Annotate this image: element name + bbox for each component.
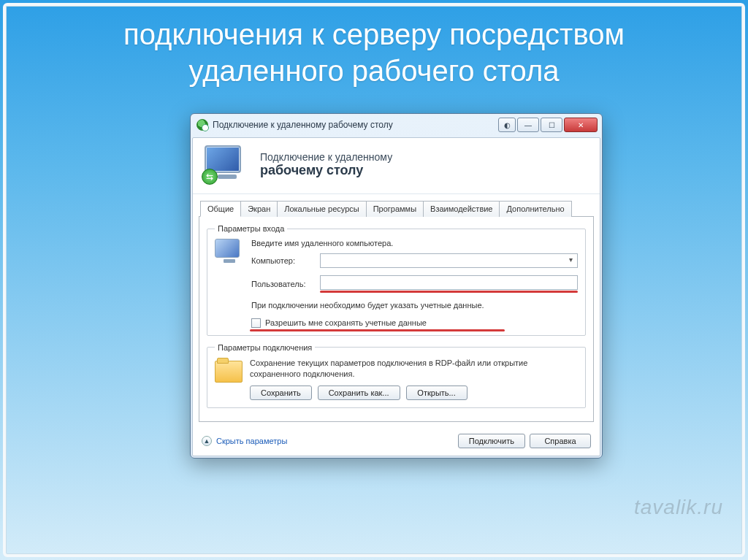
annotation-underline-checkbox [250,329,505,331]
banner-line1: Подключение к удаленному [260,151,392,163]
maximize-button[interactable]: ☐ [541,118,562,132]
tab-advanced[interactable]: Дополнительно [499,201,571,217]
tab-programs[interactable]: Программы [366,201,424,217]
user-label: Пользователь: [251,280,314,288]
annotation-underline-user [320,291,578,293]
save-credentials-checkbox[interactable] [251,318,261,328]
save-button[interactable]: Сохранить [250,386,312,400]
rdp-app-icon [196,119,208,131]
connect-button[interactable]: Подключить [458,434,525,448]
computer-label: Компьютер: [251,256,314,265]
save-as-button[interactable]: Сохранить как... [318,386,400,400]
tab-panel-general: Параметры входа Введите имя удаленного к… [199,216,594,422]
help-button[interactable]: Справка [530,434,591,448]
connection-desc: Сохранение текущих параметров подключени… [250,358,578,380]
collapse-icon[interactable]: ▲ [202,436,212,446]
monitor-icon: ⇆ [205,145,250,183]
computer-combobox[interactable] [320,253,578,268]
titlebar[interactable]: Подключение к удаленному рабочему столу … [191,114,602,136]
close-button[interactable]: ✕ [564,118,598,132]
slide-title: подключения к серверу посредством удален… [0,0,748,96]
minimize-button[interactable]: — [517,118,539,132]
rdp-window: Подключение к удаленному рабочему столу … [190,113,603,459]
login-group: Параметры входа Введите имя удаленного к… [207,224,586,336]
tab-local-resources[interactable]: Локальные ресурсы [277,201,366,217]
toggle-button[interactable]: ◐ [498,118,516,132]
computer-icon [215,239,244,268]
credentials-note: При подключении необходимо будет указать… [251,300,578,311]
connection-group: Параметры подключения Сохранение текущих… [207,343,586,408]
user-input[interactable] [320,275,578,290]
open-button[interactable]: Открыть... [406,386,468,400]
login-legend: Параметры входа [215,224,287,233]
login-instruction: Введите имя удаленного компьютера. [251,239,578,248]
folder-icon [215,361,243,383]
window-footer: ▲ Скрыть параметры Подключить Справка [193,428,600,456]
banner-line2: рабочему столу [260,163,392,178]
tab-experience[interactable]: Взаимодействие [423,201,500,217]
banner: ⇆ Подключение к удаленному рабочему стол… [193,138,600,194]
save-credentials-label: Разрешить мне сохранять учетные данные [265,318,427,327]
tab-general[interactable]: Общие [200,201,241,217]
window-title: Подключение к удаленному рабочему столу [213,120,498,130]
tab-strip: Общие Экран Локальные ресурсы Программы … [193,194,600,216]
watermark: tavalik.ru [634,496,723,519]
tab-display[interactable]: Экран [240,201,278,217]
hide-options-link[interactable]: Скрыть параметры [216,437,287,445]
connection-legend: Параметры подключения [215,343,315,352]
